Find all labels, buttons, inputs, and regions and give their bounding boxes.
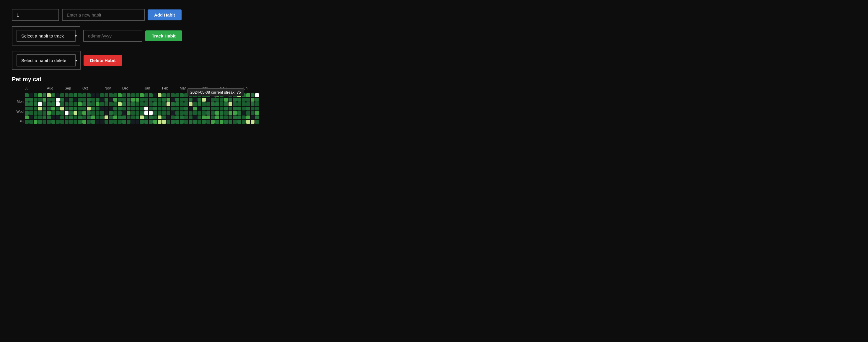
heatmap-cell[interactable]: [220, 93, 223, 97]
heatmap-cell[interactable]: [242, 116, 246, 119]
heatmap-cell[interactable]: [211, 93, 215, 97]
add-habit-button[interactable]: Add Habit: [148, 9, 182, 20]
heatmap-cell[interactable]: [144, 116, 148, 119]
heatmap-cell[interactable]: [131, 102, 135, 106]
heatmap-cell[interactable]: [42, 102, 46, 106]
heatmap-cell[interactable]: [171, 102, 175, 106]
heatmap-cell[interactable]: [122, 102, 126, 106]
heatmap-cell[interactable]: [211, 102, 215, 106]
heatmap-cell[interactable]: [140, 120, 144, 124]
heatmap-cell[interactable]: [153, 93, 157, 97]
heatmap-cell[interactable]: [42, 93, 46, 97]
heatmap-cell[interactable]: [131, 98, 135, 102]
heatmap-cell[interactable]: [228, 102, 232, 106]
heatmap-cell[interactable]: [109, 102, 113, 106]
heatmap-cell[interactable]: [38, 106, 42, 111]
heatmap-cell[interactable]: [197, 98, 202, 102]
delete-habit-button[interactable]: Delete Habit: [84, 55, 122, 66]
heatmap-cell[interactable]: [109, 106, 113, 111]
heatmap-cell[interactable]: [149, 111, 153, 115]
heatmap-cell[interactable]: [202, 116, 206, 119]
heatmap-cell[interactable]: [184, 116, 188, 119]
heatmap-cell[interactable]: [193, 102, 197, 106]
heatmap-cell[interactable]: [78, 98, 82, 102]
heatmap-cell[interactable]: [166, 98, 170, 102]
heatmap-cell[interactable]: [47, 116, 51, 119]
heatmap-cell[interactable]: [78, 102, 82, 106]
heatmap-cell[interactable]: [100, 116, 104, 119]
heatmap-cell[interactable]: [29, 116, 33, 119]
heatmap-cell[interactable]: [65, 106, 68, 111]
heatmap-cell[interactable]: [237, 106, 241, 111]
heatmap-cell[interactable]: [91, 116, 95, 119]
heatmap-cell[interactable]: [73, 98, 78, 102]
heatmap-cell[interactable]: [175, 102, 179, 106]
heatmap-cell[interactable]: [193, 120, 197, 124]
heatmap-cell[interactable]: [29, 102, 33, 106]
heatmap-cell[interactable]: [73, 120, 78, 124]
heatmap-cell[interactable]: [144, 93, 148, 97]
heatmap-cell[interactable]: [100, 106, 104, 111]
heatmap-cell[interactable]: [47, 111, 51, 115]
heatmap-cell[interactable]: [242, 102, 246, 106]
heatmap-cell[interactable]: [224, 116, 228, 119]
heatmap-cell[interactable]: [158, 120, 161, 124]
heatmap-cell[interactable]: [255, 111, 259, 115]
heatmap-cell[interactable]: [215, 111, 219, 115]
heatmap-cell[interactable]: [109, 120, 113, 124]
heatmap-cell[interactable]: [246, 111, 250, 115]
heatmap-cell[interactable]: [87, 111, 91, 115]
heatmap-cell[interactable]: [166, 120, 170, 124]
heatmap-cell[interactable]: [224, 111, 228, 115]
heatmap-cell[interactable]: [153, 111, 157, 115]
heatmap-cell[interactable]: [237, 93, 241, 97]
heatmap-cell[interactable]: [69, 106, 73, 111]
heatmap-cell[interactable]: [246, 98, 250, 102]
heatmap-cell[interactable]: [180, 120, 184, 124]
heatmap-cell[interactable]: [87, 93, 91, 97]
heatmap-cell[interactable]: [162, 93, 166, 97]
heatmap-cell[interactable]: [206, 102, 210, 106]
heatmap-cell[interactable]: [158, 98, 161, 102]
heatmap-cell[interactable]: [38, 116, 42, 119]
heatmap-cell[interactable]: [237, 111, 241, 115]
heatmap-cell[interactable]: [42, 106, 46, 111]
heatmap-cell[interactable]: [118, 120, 122, 124]
heatmap-cell[interactable]: [171, 98, 175, 102]
heatmap-cell[interactable]: [47, 102, 51, 106]
heatmap-cell[interactable]: [118, 93, 122, 97]
heatmap-cell[interactable]: [100, 98, 104, 102]
heatmap-cell[interactable]: [91, 111, 95, 115]
heatmap-cell[interactable]: [251, 102, 254, 106]
heatmap-cell[interactable]: [162, 116, 166, 119]
heatmap-cell[interactable]: [215, 98, 219, 102]
heatmap-cell[interactable]: [100, 102, 104, 106]
heatmap-cell[interactable]: [104, 120, 108, 124]
heatmap-cell[interactable]: [51, 111, 55, 115]
heatmap-cell[interactable]: [127, 93, 130, 97]
heatmap-cell[interactable]: [175, 106, 179, 111]
heatmap-cell[interactable]: [184, 111, 188, 115]
heatmap-cell[interactable]: [175, 93, 179, 97]
heatmap-cell[interactable]: [91, 93, 95, 97]
heatmap-cell[interactable]: [211, 111, 215, 115]
heatmap-cell[interactable]: [122, 93, 126, 97]
heatmap-cell[interactable]: [122, 111, 126, 115]
heatmap-cell[interactable]: [140, 116, 144, 119]
heatmap-cell[interactable]: [60, 102, 64, 106]
heatmap-cell[interactable]: [224, 93, 228, 97]
heatmap-cell[interactable]: [113, 106, 117, 111]
heatmap-cell[interactable]: [34, 102, 37, 106]
heatmap-cell[interactable]: [60, 120, 64, 124]
heatmap-cell[interactable]: [113, 102, 117, 106]
heatmap-cell[interactable]: [242, 111, 246, 115]
heatmap-cell[interactable]: [202, 106, 206, 111]
heatmap-cell[interactable]: [91, 98, 95, 102]
heatmap-cell[interactable]: [82, 106, 86, 111]
heatmap-cell[interactable]: [51, 93, 55, 97]
heatmap-cell[interactable]: [104, 93, 108, 97]
heatmap-cell[interactable]: [51, 106, 55, 111]
heatmap-cell[interactable]: [122, 98, 126, 102]
heatmap-cell[interactable]: [113, 116, 117, 119]
heatmap-cell[interactable]: [220, 111, 223, 115]
